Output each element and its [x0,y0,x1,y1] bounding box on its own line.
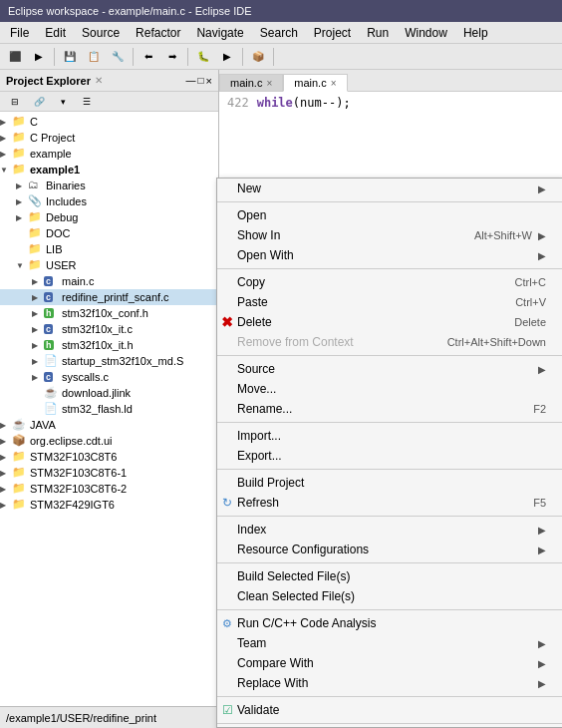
tree-item-download[interactable]: ☕ download.jlink [0,385,218,401]
cm-item-copy[interactable]: Copy Ctrl+C [217,272,562,292]
pe-close-btn[interactable]: × [206,75,212,87]
tree-icon: 📁 [28,226,44,240]
toolbar-btn-10[interactable]: 📦 [247,47,269,67]
editor-code-rest: (num--); [293,96,351,110]
cm-item-move[interactable]: Move... [217,379,562,399]
cm-label: Open [237,208,266,222]
pe-link-btn[interactable]: 🔗 [28,92,50,112]
pe-menu-btn[interactable]: ☰ [76,92,98,112]
cm-item-comparewith[interactable]: Compare With ▶ [217,653,562,673]
tree-arrow: ▶ [0,437,12,446]
tree-item-example1[interactable]: ▼ 📁 example1 [0,162,218,178]
menu-project[interactable]: Project [308,24,357,42]
tree-item-c[interactable]: ▶ 📁 C [0,114,218,130]
pe-filter-btn[interactable]: ▾ [52,92,74,112]
cm-item-cleanselected[interactable]: Clean Selected File(s) [217,586,562,606]
cm-item-delete[interactable]: ✖ Delete Delete [217,312,562,332]
tree-item-stm32conf[interactable]: ▶ h stm32f10x_conf.h [0,305,218,321]
toolbar-btn-9[interactable]: ▶ [216,47,238,67]
tree-item-lib[interactable]: 📁 LIB [0,241,218,257]
tree-item-java[interactable]: ▶ ☕ JAVA [0,417,218,433]
cm-item-open[interactable]: Open [217,205,562,225]
cm-label: Build Project [237,476,304,490]
cm-item-rename[interactable]: Rename... F2 [217,399,562,419]
cm-item-buildselected[interactable]: Build Selected File(s) [217,566,562,586]
toolbar-btn-5[interactable]: 🔧 [107,47,129,67]
editor-tab-1[interactable]: main.c × [219,74,283,91]
cm-item-export[interactable]: Export... [217,446,562,466]
tree-item-stm32c8t6[interactable]: ▶ 📁 STM32F103C8T6 [0,449,218,465]
cm-label: Import... [237,429,281,443]
toolbar-btn-4[interactable]: 📋 [83,47,105,67]
tree-item-includes[interactable]: ▶ 📎 Includes [0,193,218,209]
menu-help[interactable]: Help [457,24,494,42]
toolbar-btn-6[interactable]: ⬅ [138,47,159,67]
menu-source[interactable]: Source [76,24,126,42]
tree-label: Debug [46,211,78,223]
tree-item-mainc[interactable]: ▶ c main.c [0,273,218,289]
tree-item-stm32c8t62[interactable]: ▶ 📁 STM32F103C8T6-2 [0,481,218,497]
tree-arrow: ▶ [32,325,44,334]
menu-edit[interactable]: Edit [39,24,72,42]
validate-icon: ☑ [220,703,234,717]
toolbar-sep-2 [133,48,134,66]
cm-item-team[interactable]: Team ▶ [217,633,562,653]
cm-label: Clean Selected File(s) [237,589,355,603]
tree-item-stm32itc[interactable]: ▶ c stm32f10x_it.c [0,321,218,337]
menu-window[interactable]: Window [399,24,453,42]
cm-item-import[interactable]: Import... [217,426,562,446]
cm-item-openwith[interactable]: Open With ▶ [217,245,562,265]
tree-item-stm32c8t61[interactable]: ▶ 📁 STM32F103C8T6-1 [0,465,218,481]
tree-item-stm32ith[interactable]: ▶ h stm32f10x_it.h [0,337,218,353]
cm-item-source[interactable]: Source ▶ [217,359,562,379]
toolbar-btn-7[interactable]: ➡ [161,47,183,67]
submenu-arrow: ▶ [538,183,546,194]
toolbar-btn-2[interactable]: ▶ [28,47,50,67]
cm-item-refresh[interactable]: ↻ Refresh F5 [217,493,562,513]
tree-arrow: ▶ [16,197,28,206]
tree-item-cproject[interactable]: ▶ 📁 C Project [0,130,218,146]
tree-item-user[interactable]: ▼ 📁 USER [0,257,218,273]
toolbar-btn-8[interactable]: 🐛 [192,47,214,67]
cm-item-paste[interactable]: Paste Ctrl+V [217,292,562,312]
menu-refactor[interactable]: Refactor [130,24,186,42]
tree-item-stm32flash[interactable]: 📄 stm32_flash.ld [0,401,218,417]
pe-window-controls: — □ × [186,75,212,87]
tree-item-debug[interactable]: ▶ 📁 Debug [0,209,218,225]
cm-item-new[interactable]: New ▶ [217,179,562,198]
cm-label: Validate [237,703,279,717]
cm-item-validate[interactable]: ☑ Validate [217,700,562,720]
cm-item-replacewith[interactable]: Replace With ▶ [217,673,562,693]
cm-label: Source [237,362,275,376]
tree-item-startup[interactable]: ▶ 📄 startup_stm32f10x_md.S [0,353,218,369]
toolbar-btn-3[interactable]: 💾 [59,47,81,67]
tree-item-orgeclipse[interactable]: ▶ 📦 org.eclipse.cdt.ui [0,433,218,449]
tab-2-close[interactable]: × [331,78,337,89]
cm-item-showin[interactable]: Show In Alt+Shift+W▶ [217,225,562,245]
menu-search[interactable]: Search [254,24,304,42]
editor-tab-2[interactable]: main.c × [283,74,347,92]
menu-run[interactable]: Run [361,24,395,42]
toolbar-btn-1[interactable]: ⬛ [4,47,26,67]
cm-item-resourceconfig[interactable]: Resource Configurations ▶ [217,540,562,559]
cm-item-index[interactable]: Index ▶ [217,520,562,540]
tree-item-binaries[interactable]: ▶ 🗂 Binaries [0,178,218,193]
pe-max-btn[interactable]: □ [198,75,204,87]
tree-item-example[interactable]: ▶ 📁 example [0,146,218,162]
tree-icon: h [44,338,60,352]
tree-item-doc[interactable]: 📁 DOC [0,225,218,241]
tree-item-redefine[interactable]: ▶ c redifine_printf_scanf.c [0,289,218,305]
menu-file[interactable]: File [4,24,35,42]
submenu-arrow: ▶ [538,658,546,669]
tree-arrow: ▶ [0,118,12,127]
pe-collapse-btn[interactable]: ⊟ [4,92,26,112]
menu-navigate[interactable]: Navigate [190,24,249,42]
cm-item-buildproject[interactable]: Build Project [217,473,562,493]
tree-item-syscalls[interactable]: ▶ c syscalls.c [0,369,218,385]
tab-1-close[interactable]: × [266,78,272,89]
title-bar: Eclipse workspace - example/main.c - Ecl… [0,0,562,22]
pe-min-btn[interactable]: — [186,75,196,87]
tree-item-stm32f429[interactable]: ▶ 📁 STM32F429IGT6 [0,497,218,513]
submenu-arrow: ▶ [538,250,546,261]
cm-item-runcpp[interactable]: ⚙ Run C/C++ Code Analysis [217,613,562,633]
